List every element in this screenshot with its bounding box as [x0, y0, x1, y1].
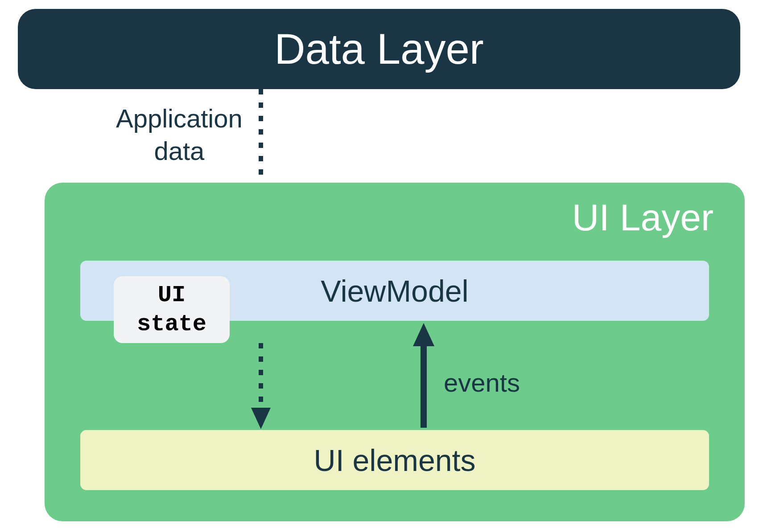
ui-state-box: UI state [114, 276, 230, 343]
ui-elements-box: UI elements [80, 430, 709, 490]
arrow-elements-to-viewmodel [410, 323, 437, 428]
arrow-viewmodel-to-elements [248, 343, 274, 430]
ui-layer-box: UI Layer ViewModel UI state UI elements … [45, 183, 745, 521]
events-label: events [444, 368, 520, 397]
viewmodel-label: ViewModel [321, 274, 468, 308]
application-data-label: Application data [116, 102, 243, 167]
ui-layer-label: UI Layer [572, 196, 714, 239]
ui-state-label: UI state [137, 281, 206, 339]
svg-marker-5 [413, 323, 434, 346]
data-layer-label: Data Layer [274, 25, 484, 74]
ui-elements-label: UI elements [314, 443, 476, 478]
data-layer-box: Data Layer [18, 9, 740, 89]
svg-marker-3 [251, 408, 271, 429]
